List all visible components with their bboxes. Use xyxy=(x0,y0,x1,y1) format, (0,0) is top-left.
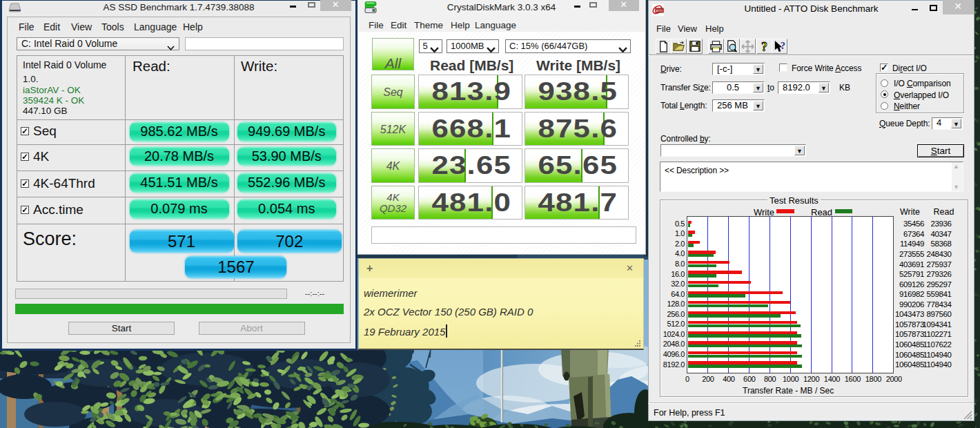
svg-text:?: ? xyxy=(761,40,767,53)
svg-text:?: ? xyxy=(781,40,785,51)
